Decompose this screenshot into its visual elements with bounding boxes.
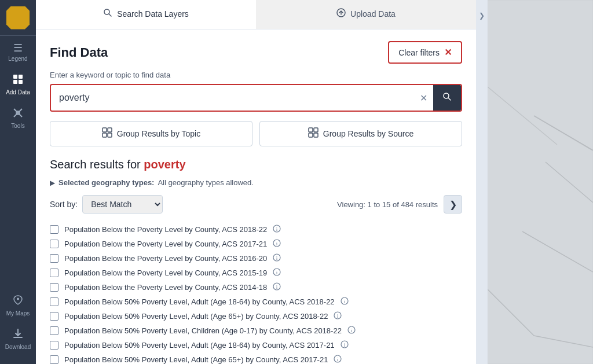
result-item: Population Below the Poverty Level by Co… [50, 223, 462, 236]
svg-text:i: i [276, 241, 278, 247]
search-clear-button[interactable]: ✕ [414, 93, 433, 104]
svg-text:i: i [337, 313, 339, 319]
svg-line-10 [448, 98, 451, 100]
content-area: Find Data Clear filters ✕ Enter a keywor… [36, 30, 476, 364]
sidebar-item-download[interactable]: Download [0, 321, 36, 355]
geography-chevron-icon[interactable]: ▶ [50, 179, 55, 187]
my-maps-icon [12, 295, 24, 308]
geography-value: All geography types allowed. [158, 178, 254, 187]
result-text: Population Below 50% Poverty Level, Adul… [64, 355, 328, 364]
result-text: Population Below the Poverty Level by Co… [64, 254, 267, 263]
search-go-button[interactable] [433, 85, 461, 111]
result-checkbox[interactable] [50, 254, 58, 263]
result-info-icon[interactable]: i [273, 225, 281, 234]
tab-search-data-layers[interactable]: Search Data Layers [36, 0, 256, 29]
svg-rect-17 [309, 133, 313, 137]
svg-rect-0 [13, 75, 17, 79]
panel-toggle-button[interactable]: ❯ [476, 0, 488, 364]
result-item: Population Below the Poverty Level by Co… [50, 237, 462, 251]
result-checkbox[interactable] [50, 240, 58, 248]
svg-rect-12 [108, 128, 112, 132]
sidebar-item-my-maps[interactable]: My Maps [0, 288, 36, 321]
app-logo [0, 0, 36, 36]
result-text: Population Below the Poverty Level by Co… [64, 283, 267, 292]
result-text: Population Below the Poverty Level by Co… [64, 240, 267, 248]
clear-filters-x-icon: ✕ [444, 47, 452, 58]
result-text: Population Below 50% Poverty Level, Adul… [64, 312, 328, 321]
result-info-icon[interactable]: i [273, 282, 281, 292]
next-page-button[interactable]: ❯ [444, 195, 462, 214]
svg-text:i: i [343, 299, 345, 304]
svg-rect-15 [309, 128, 313, 132]
panel-toggle-icon: ❯ [479, 12, 485, 20]
result-text: Population Below 50% Poverty Level, Adul… [64, 341, 335, 350]
next-page-icon: ❯ [449, 199, 457, 210]
sidebar-label-tools: Tools [11, 123, 24, 129]
tab-bar: Search Data Layers Upload Data [36, 0, 476, 30]
map-area [488, 0, 593, 364]
svg-rect-18 [314, 133, 318, 137]
legend-icon: ☰ [13, 43, 23, 53]
result-checkbox[interactable] [50, 326, 58, 335]
result-item: Population Below 50% Poverty Level, Adul… [50, 295, 462, 308]
search-input[interactable] [51, 87, 414, 109]
svg-rect-2 [13, 80, 17, 84]
tab-upload-data[interactable]: Upload Data [256, 0, 476, 29]
search-clear-icon: ✕ [420, 93, 427, 103]
clear-filters-label: Clear filters [398, 48, 440, 57]
svg-text:i: i [276, 255, 278, 261]
svg-text:i: i [337, 356, 339, 362]
result-text: Population Below the Poverty Level by Co… [64, 225, 267, 234]
group-by-topic-button[interactable]: Group Results by Topic [50, 121, 252, 146]
result-checkbox[interactable] [50, 312, 58, 321]
sidebar-item-tools[interactable]: Tools [0, 100, 36, 134]
result-checkbox[interactable] [50, 283, 58, 292]
svg-rect-16 [314, 128, 318, 132]
result-info-icon[interactable]: i [341, 340, 349, 350]
result-item: Population Below the Poverty Level by Co… [50, 281, 462, 294]
svg-rect-13 [103, 133, 107, 137]
group-source-icon [308, 127, 319, 140]
result-text: Population Below 50% Poverty Level, Adul… [64, 297, 335, 306]
result-info-icon[interactable]: i [273, 239, 281, 249]
sidebar-item-legend[interactable]: ☰ Legend [0, 36, 36, 67]
search-bar: ✕ [50, 84, 462, 112]
sidebar-label-my-maps: My Maps [6, 310, 30, 317]
sidebar: ☰ Legend Add Data Tools [0, 0, 36, 364]
result-checkbox[interactable] [50, 355, 58, 364]
group-topic-icon [102, 127, 112, 140]
sort-select[interactable]: Best Match Name (A-Z) Name (Z-A) Most Re… [82, 195, 163, 214]
upload-tab-icon [336, 8, 346, 19]
result-info-icon[interactable]: i [273, 253, 281, 263]
result-info-icon[interactable]: i [347, 326, 356, 336]
search-tab-icon [103, 8, 112, 19]
result-checkbox[interactable] [50, 225, 58, 234]
search-tab-label: Search Data Layers [117, 9, 189, 19]
download-icon [12, 328, 24, 341]
group-buttons-row: Group Results by Topic Group Results by … [50, 121, 462, 146]
group-by-source-button[interactable]: Group Results by Source [259, 121, 462, 146]
page-title: Find Data [50, 45, 108, 60]
clear-filters-button[interactable]: Clear filters ✕ [388, 41, 462, 64]
result-text: Population Below 50% Poverty Level, Chil… [64, 326, 342, 335]
svg-rect-11 [103, 128, 107, 132]
result-info-icon[interactable]: i [334, 311, 342, 321]
svg-text:i: i [276, 226, 278, 232]
svg-rect-39 [488, 0, 593, 364]
result-item: Population Below the Poverty Level by Co… [50, 252, 462, 265]
result-info-icon[interactable]: i [341, 297, 349, 307]
result-info-icon[interactable]: i [334, 355, 342, 364]
sidebar-label-add-data: Add Data [6, 89, 30, 95]
svg-text:i: i [343, 342, 345, 348]
result-item: Population Below the Poverty Level by Co… [50, 266, 462, 280]
result-checkbox[interactable] [50, 297, 58, 306]
result-checkbox[interactable] [50, 269, 58, 277]
result-info-icon[interactable]: i [273, 268, 281, 278]
search-go-icon [442, 92, 452, 104]
svg-rect-1 [19, 75, 23, 79]
group-by-topic-label: Group Results by Topic [117, 129, 200, 138]
sidebar-item-add-data[interactable]: Add Data [0, 67, 36, 100]
map-svg [488, 0, 593, 364]
result-checkbox[interactable] [50, 341, 58, 350]
logo-shape [6, 6, 30, 30]
